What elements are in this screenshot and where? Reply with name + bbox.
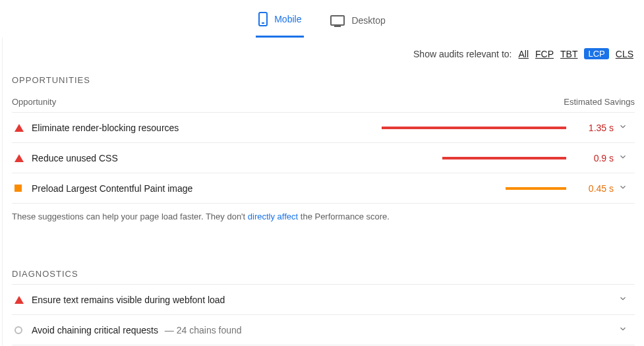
savings-bar	[382, 157, 566, 159]
status-icon	[15, 326, 32, 334]
device-tabs: Mobile Desktop	[0, 0, 644, 38]
footnote-post: the Performance score.	[298, 212, 390, 221]
square-orange-icon	[15, 185, 22, 192]
desktop-icon	[330, 15, 345, 26]
diagnostic-subtitle: — 24 chains found	[162, 325, 242, 335]
savings-value: 1.35 s	[578, 123, 614, 133]
status-icon	[15, 185, 32, 192]
opportunity-title: Reduce unused CSS	[32, 153, 118, 163]
filter-lcp[interactable]: LCP	[584, 48, 608, 59]
triangle-red-icon	[15, 124, 24, 132]
filter-label: Show audits relevant to:	[413, 49, 512, 59]
filter-tbt[interactable]: TBT	[560, 49, 577, 59]
mobile-icon	[258, 12, 268, 26]
diagnostics-heading: DIAGNOSTICS	[12, 258, 635, 284]
opportunity-row[interactable]: Reduce unused CSS0.9 s	[12, 142, 635, 173]
status-icon	[15, 124, 32, 132]
status-icon	[15, 296, 32, 304]
audit-filter-row: Show audits relevant to: All FCP TBT LCP…	[12, 38, 635, 65]
diagnostic-title: Ensure text remains visible during webfo…	[32, 295, 225, 305]
diagnostic-row[interactable]: Avoid chaining critical requests — 24 ch…	[12, 314, 635, 345]
diagnostics-list: Ensure text remains visible during webfo…	[12, 284, 635, 346]
chevron-down-icon[interactable]	[614, 122, 632, 133]
tab-mobile[interactable]: Mobile	[256, 7, 304, 38]
circle-grey-icon	[15, 326, 22, 334]
tab-mobile-label: Mobile	[274, 14, 301, 24]
filter-all[interactable]: All	[518, 49, 529, 59]
diagnostic-row[interactable]: Ensure text remains visible during webfo…	[12, 284, 635, 314]
tab-desktop[interactable]: Desktop	[328, 7, 388, 38]
filter-fcp[interactable]: FCP	[535, 49, 554, 59]
opportunity-title: Preload Largest Contentful Paint image	[32, 183, 192, 194]
tab-desktop-label: Desktop	[351, 15, 385, 26]
status-icon	[15, 154, 32, 162]
triangle-red-icon	[15, 296, 24, 304]
savings-bar	[382, 127, 566, 129]
triangle-red-icon	[15, 154, 24, 162]
footnote-pre: These suggestions can help your page loa…	[12, 212, 248, 221]
savings-value: 0.45 s	[578, 183, 614, 194]
chevron-down-icon[interactable]	[614, 324, 632, 335]
opportunities-heading: OPPORTUNITIES	[12, 65, 635, 90]
filter-cls[interactable]: CLS	[616, 49, 633, 59]
diagnostic-title: Avoid chaining critical requests	[32, 325, 158, 335]
savings-bar	[382, 187, 566, 190]
opportunities-footnote: These suggestions can help your page loa…	[12, 204, 635, 240]
opportunities-list: Eliminate render-blocking resources1.35 …	[12, 112, 635, 204]
opportunities-columns: Opportunity Estimated Savings	[12, 90, 635, 112]
chevron-down-icon[interactable]	[614, 152, 632, 163]
opportunity-title: Eliminate render-blocking resources	[32, 123, 179, 133]
footnote-link[interactable]: directly affect	[248, 212, 298, 221]
chevron-down-icon[interactable]	[614, 183, 632, 194]
col-savings: Estimated Savings	[564, 97, 635, 107]
opportunity-row[interactable]: Preload Largest Contentful Paint image0.…	[12, 173, 635, 204]
content-panel: Show audits relevant to: All FCP TBT LCP…	[2, 38, 644, 346]
col-opportunity: Opportunity	[12, 97, 56, 107]
savings-value: 0.9 s	[578, 153, 614, 163]
chevron-down-icon[interactable]	[614, 294, 632, 305]
opportunity-row[interactable]: Eliminate render-blocking resources1.35 …	[12, 112, 635, 142]
